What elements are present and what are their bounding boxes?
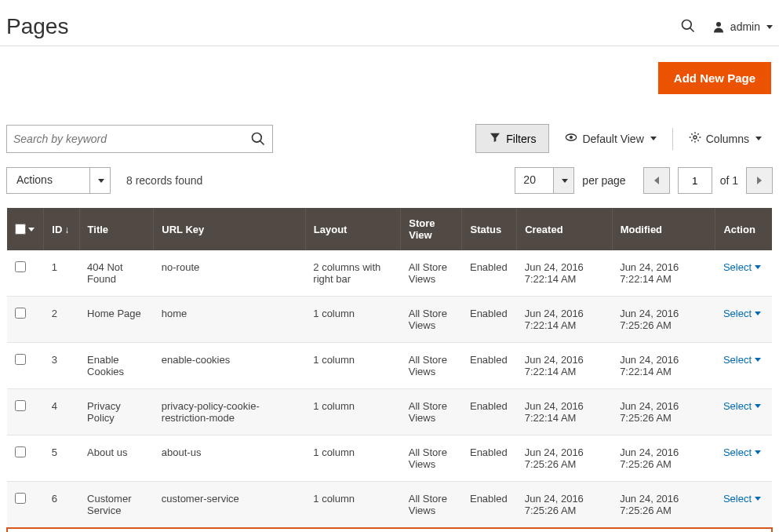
cell-id: 5 — [44, 435, 79, 482]
select-action[interactable]: Select — [723, 354, 761, 366]
row-checkbox[interactable] — [15, 446, 26, 457]
chevron-down-icon — [755, 265, 761, 269]
cell-status: Enabled — [462, 389, 517, 435]
chevron-down-icon — [98, 179, 104, 183]
select-action[interactable]: Select — [723, 261, 761, 273]
svg-point-7 — [693, 136, 697, 139]
table-row[interactable]: 7 All Brands Page brands 1 column All St… — [7, 528, 772, 532]
cell-urlkey: home — [154, 297, 306, 343]
search-submit-icon[interactable] — [250, 131, 266, 147]
chevron-down-icon — [28, 228, 35, 231]
svg-point-0 — [682, 20, 691, 29]
cell-storeview: All Store Views — [401, 482, 462, 529]
col-urlkey[interactable]: URL Key — [154, 208, 306, 250]
search-icon[interactable] — [680, 18, 696, 36]
col-checkbox[interactable] — [7, 208, 44, 250]
eye-icon — [565, 131, 577, 146]
page-title: Pages — [6, 14, 68, 39]
row-checkbox[interactable] — [15, 493, 26, 504]
chevron-down-icon — [562, 179, 568, 183]
cell-storeview: All Store Views — [401, 389, 462, 435]
cell-status: Enabled — [462, 343, 517, 389]
cell-created: Jun 24, 2016 7:22:14 AM — [517, 297, 612, 343]
admin-user-menu[interactable]: admin — [712, 20, 773, 34]
cell-urlkey: about-us — [154, 435, 306, 482]
actions-caret[interactable] — [89, 168, 110, 193]
cell-modified: Jun 24, 2016 7:25:26 AM — [612, 435, 715, 482]
select-action[interactable]: Select — [723, 400, 761, 412]
cell-urlkey: brands — [154, 528, 306, 532]
default-view-dropdown[interactable]: Default View — [554, 131, 667, 146]
col-status[interactable]: Status — [462, 208, 517, 250]
chevron-down-icon — [755, 312, 761, 315]
cell-title: All Brands Page — [79, 528, 154, 532]
add-new-page-button[interactable]: Add New Page — [658, 62, 771, 94]
row-checkbox[interactable] — [15, 400, 26, 411]
col-title[interactable]: Title — [79, 208, 154, 250]
col-created[interactable]: Created — [517, 208, 612, 250]
per-page-label: per page — [582, 174, 625, 187]
table-row[interactable]: 3 Enable Cookies enable-cookies 1 column… — [7, 343, 772, 389]
table-row[interactable]: 4 Privacy Policy privacy-policy-cookie-r… — [7, 389, 772, 435]
cell-modified: Nov 11, 2016 12:50:24 PM — [612, 528, 715, 532]
cell-title: About us — [79, 435, 154, 482]
cell-status: Enabled — [462, 435, 517, 482]
col-action[interactable]: Action — [715, 208, 772, 250]
page-input[interactable] — [678, 167, 712, 194]
table-row[interactable]: 5 About us about-us 1 column All Store V… — [7, 435, 772, 482]
cell-layout: 1 column — [305, 435, 400, 482]
admin-username: admin — [730, 20, 760, 33]
col-modified[interactable]: Modified — [612, 208, 715, 250]
table-row[interactable]: 2 Home Page home 1 column All Store View… — [7, 297, 772, 343]
cell-id: 7 — [44, 528, 79, 532]
col-id[interactable]: ID↓ — [44, 208, 79, 250]
cell-status: Enabled — [462, 297, 517, 343]
row-checkbox[interactable] — [15, 308, 26, 319]
cell-title: Enable Cookies — [79, 343, 154, 389]
cell-title: 404 Not Found — [79, 250, 154, 297]
cell-layout: 1 column — [305, 343, 400, 389]
cell-id: 6 — [44, 482, 79, 529]
pages-table: ID↓ Title URL Key Layout Store View Stat… — [6, 208, 773, 532]
filters-button[interactable]: Filters — [475, 124, 549, 153]
select-action[interactable]: Select — [723, 308, 761, 319]
columns-dropdown[interactable]: Columns — [678, 131, 773, 146]
search-input[interactable] — [13, 133, 250, 145]
per-page-caret[interactable] — [553, 168, 573, 193]
col-storeview[interactable]: Store View — [401, 208, 462, 250]
cell-title: Privacy Policy — [79, 389, 154, 435]
chevron-down-icon — [755, 497, 761, 501]
row-checkbox[interactable] — [15, 261, 26, 272]
cell-status: Enabled — [462, 482, 517, 529]
cell-urlkey: enable-cookies — [154, 343, 306, 389]
row-checkbox[interactable] — [15, 354, 26, 365]
table-row[interactable]: 1 404 Not Found no-route 2 columns with … — [7, 250, 772, 297]
cell-created: Jun 24, 2016 7:25:26 AM — [517, 482, 612, 529]
gear-icon — [689, 131, 701, 146]
page-of-label: of 1 — [720, 174, 738, 187]
select-action[interactable]: Select — [723, 493, 761, 505]
chevron-down-icon — [766, 25, 773, 29]
table-row[interactable]: 6 Customer Service customer-service 1 co… — [7, 482, 772, 529]
cell-storeview: All Store Views — [401, 435, 462, 482]
chevron-right-icon — [757, 177, 762, 184]
select-all-checkbox[interactable] — [15, 224, 26, 235]
cell-modified: Jun 24, 2016 7:25:26 AM — [612, 297, 715, 343]
per-page-select[interactable]: 20 — [515, 167, 574, 194]
search-box[interactable] — [6, 125, 273, 153]
actions-dropdown[interactable]: Actions — [6, 167, 111, 194]
cell-created: Jun 24, 2016 7:22:14 AM — [517, 343, 612, 389]
chevron-down-icon — [755, 404, 761, 408]
cell-id: 4 — [44, 389, 79, 435]
actions-label: Actions — [7, 168, 89, 193]
next-page-button[interactable] — [746, 167, 773, 194]
col-id-label: ID — [52, 224, 62, 235]
cell-storeview: All Store Views — [401, 250, 462, 297]
select-action[interactable]: Select — [723, 446, 761, 458]
svg-point-2 — [716, 22, 721, 27]
prev-page-button[interactable] — [643, 167, 670, 194]
cell-layout: 1 column — [305, 482, 400, 529]
cell-layout: 2 columns with right bar — [305, 250, 400, 297]
col-layout[interactable]: Layout — [305, 208, 400, 250]
cell-title: Customer Service — [79, 482, 154, 529]
